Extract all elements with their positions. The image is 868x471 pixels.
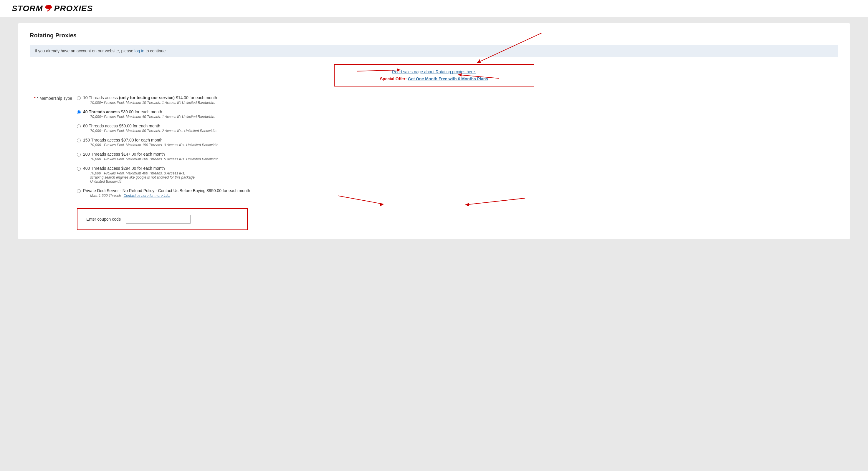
logo: STORM 🌪 PROXIES [12,3,93,13]
logo-proxies-text: PROXIES [54,4,93,13]
option-3-detail: 70,000+ Proxies Pool. Maximum 80 Threads… [90,129,217,133]
form-section: * * Membership Type 10 Threads access (o… [30,95,838,230]
membership-option-2: 40 Threads access $39.00 for each month … [77,109,838,119]
main-content: Rotating Proxies If you already have an … [18,23,850,239]
option-2-radio[interactable] [77,110,81,114]
special-offer-link[interactable]: Get One Month Free with 6 Months Plans [408,76,488,81]
info-text-after: to continue [146,48,166,53]
membership-option-1: 10 Threads access (only for testing our … [77,95,838,105]
option-2-detail: 70,000+ Proxies Pool. Maximum 40 Threads… [90,115,215,119]
svg-marker-1 [477,59,481,63]
option-3-text: 80 Threads access $59.00 for each month [83,124,217,128]
option-4-radio[interactable] [77,139,81,142]
option-1-highlight: (only for testing our service) [119,95,175,100]
option-7-detail: Max. 1,500 Threads. Contact us here for … [90,194,250,198]
offer-container: Read sales page about Rotating proxies h… [334,64,534,87]
membership-row: * * Membership Type 10 Threads access (o… [30,95,838,202]
membership-option-4: 150 Threads access $97.00 for each month… [77,138,838,147]
option-6-text: 400 Threads access $294.00 for each mont… [83,166,195,171]
option-5-detail: 70,000+ Proxies Pool. Maximum 200 Thread… [90,157,218,161]
option-1-detail: 70,000+ Proxies Pool. Maximum 10 Threads… [90,101,217,105]
membership-label: * * Membership Type [30,95,77,202]
membership-options: 10 Threads access (only for testing our … [77,95,838,202]
page-title: Rotating Proxies [30,32,838,39]
option-6-label[interactable]: 400 Threads access $294.00 for each mont… [77,166,838,183]
option-6-detail: 70,000+ Proxies Pool. Maximum 400 Thread… [90,171,195,183]
sales-link[interactable]: Read sales page about Rotating proxies h… [342,69,527,74]
option-1-text: 10 Threads access (only for testing our … [83,95,217,100]
option-5-text: 200 Threads access $147.00 for each mont… [83,152,218,157]
option-2-label[interactable]: 40 Threads access $39.00 for each month … [77,109,838,119]
option-3-radio[interactable] [77,125,81,128]
option-3-label[interactable]: 80 Threads access $59.00 for each month … [77,124,838,133]
option-4-label[interactable]: 150 Threads access $97.00 for each month… [77,138,838,147]
membership-option-7: Private Dedi Server - No Refund Policy -… [77,188,838,198]
info-bar: If you already have an account on our we… [30,45,838,57]
option-1-label[interactable]: 10 Threads access (only for testing our … [77,95,838,105]
option-7-label[interactable]: Private Dedi Server - No Refund Policy -… [77,188,838,198]
coupon-input[interactable] [126,215,191,224]
logo-storm-text: STORM [12,4,43,13]
header: STORM 🌪 PROXIES [0,0,868,17]
info-text-before: If you already have an account on our we… [35,48,134,53]
option-1-radio[interactable] [77,96,81,100]
special-offer-label: Special Offer: Get One Month Free with 6… [380,76,488,81]
contact-link[interactable]: Contact us here for more info. [123,194,170,198]
offer-box: Read sales page about Rotating proxies h… [334,64,534,87]
option-5-radio[interactable] [77,153,81,157]
option-7-radio[interactable] [77,189,81,193]
coupon-label: Enter coupon code [86,217,121,222]
membership-option-6: 400 Threads access $294.00 for each mont… [77,166,838,183]
option-6-radio[interactable] [77,167,81,171]
option-2-threads: 40 Threads access [83,109,120,114]
required-star: * [34,96,36,101]
coupon-container: Enter coupon code [30,208,838,230]
membership-option-5: 200 Threads access $147.00 for each mont… [77,152,838,161]
login-link[interactable]: log in [134,48,144,53]
special-offer-line: Special Offer: Get One Month Free with 6… [342,76,527,81]
option-5-label[interactable]: 200 Threads access $147.00 for each mont… [77,152,838,161]
option-7-text: Private Dedi Server - No Refund Policy -… [83,188,250,193]
special-offer-label-text: Special Offer: [380,76,408,81]
coupon-box: Enter coupon code [77,208,248,230]
option-4-text: 150 Threads access $97.00 for each month [83,138,219,142]
option-2-text: 40 Threads access $39.00 for each month [83,109,215,114]
option-4-detail: 70,000+ Proxies Pool. Maximum 150 Thread… [90,143,219,147]
membership-option-3: 80 Threads access $59.00 for each month … [77,124,838,133]
tornado-icon: 🌪 [44,3,53,13]
